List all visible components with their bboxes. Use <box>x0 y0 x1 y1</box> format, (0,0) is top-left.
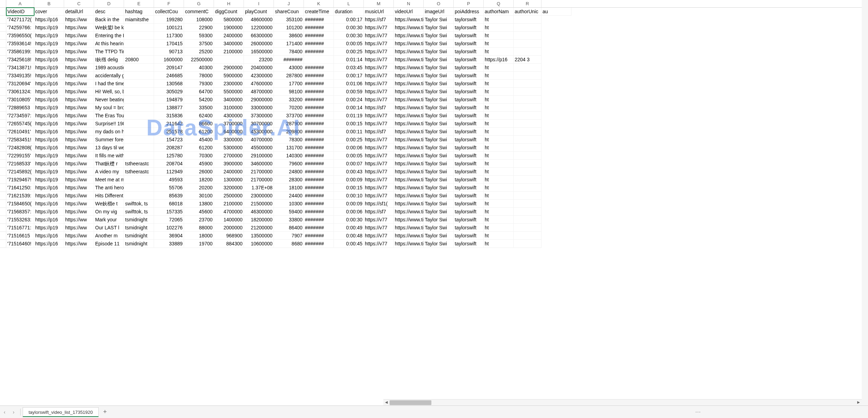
data-cell[interactable]: ht <box>484 32 514 40</box>
data-cell[interactable] <box>514 40 541 48</box>
row-header[interactable] <box>0 200 6 208</box>
header-cell[interactable]: cover <box>34 8 64 16</box>
data-cell[interactable]: ####### <box>304 64 334 72</box>
data-cell[interactable]: 3200000 <box>214 184 244 192</box>
row-header[interactable] <box>0 136 6 144</box>
data-cell[interactable]: https://v77 <box>364 176 394 184</box>
data-cell[interactable]: '73586199: <box>6 48 34 56</box>
data-cell[interactable]: 20200 <box>184 184 214 192</box>
data-cell[interactable]: ht <box>484 64 514 72</box>
column-header-L[interactable]: L <box>334 0 364 7</box>
data-cell[interactable]: https://p16 <box>34 16 64 24</box>
data-cell[interactable] <box>514 152 541 160</box>
data-cell[interactable]: '72168533' <box>6 160 34 168</box>
data-cell[interactable]: Taylor Swi <box>424 240 454 248</box>
data-cell[interactable]: 72065 <box>154 216 184 224</box>
data-cell[interactable]: Taylor Swi <box>424 48 454 56</box>
row-header[interactable] <box>0 8 6 16</box>
data-cell[interactable]: https://p19 <box>34 32 64 40</box>
header-cell[interactable]: collectCou <box>154 8 184 16</box>
data-cell[interactable]: 30700000 <box>244 120 274 128</box>
data-cell[interactable]: 0:00:48 <box>334 232 364 240</box>
data-cell[interactable]: https://sf7 <box>364 208 394 216</box>
column-header-I[interactable]: I <box>244 0 274 7</box>
data-cell[interactable]: https://p19 <box>34 40 64 48</box>
data-cell[interactable] <box>124 32 154 40</box>
column-header-O[interactable]: O <box>424 0 454 7</box>
data-cell[interactable] <box>514 16 541 24</box>
data-cell[interactable]: 968900 <box>214 232 244 240</box>
data-cell[interactable]: tsmidnight <box>124 216 154 224</box>
data-cell[interactable]: ht <box>484 160 514 168</box>
data-cell[interactable]: https://v77 <box>364 144 394 152</box>
data-cell[interactable]: https://v77 <box>364 224 394 232</box>
data-cell[interactable]: '72610491' <box>6 128 34 136</box>
data-cell[interactable]: 2400000 <box>214 168 244 176</box>
data-cell[interactable]: 59400 <box>274 208 304 216</box>
data-cell[interactable]: That鈥檚 r <box>94 160 124 168</box>
tab-prev-button[interactable]: ‹ <box>0 409 9 415</box>
data-cell[interactable]: 170415 <box>154 40 184 48</box>
data-cell[interactable]: '71929467! <box>6 176 34 184</box>
column-header-Q[interactable]: Q <box>484 0 514 7</box>
data-cell[interactable]: 40300 <box>184 64 214 72</box>
data-cell[interactable]: https://p16 <box>484 56 514 64</box>
data-cell[interactable]: Taylor Swi <box>424 56 454 64</box>
data-cell[interactable]: 0:00:09 <box>334 200 364 208</box>
data-cell[interactable]: 33000000 <box>244 104 274 112</box>
data-cell[interactable]: https://v77 <box>364 64 394 72</box>
data-cell[interactable]: ht <box>484 120 514 128</box>
data-cell[interactable]: 88000 <box>184 224 214 232</box>
data-cell[interactable]: https://ww <box>64 184 94 192</box>
data-cell[interactable]: 78300 <box>274 136 304 144</box>
data-cell[interactable]: On my vig <box>94 208 124 216</box>
data-cell[interactable]: 157335 <box>154 208 184 216</box>
data-cell[interactable]: 28300 <box>274 176 304 184</box>
data-cell[interactable]: 45400 <box>184 136 214 144</box>
data-cell[interactable]: ####### <box>304 96 334 104</box>
scroll-right-button[interactable]: ▶ <box>855 400 862 406</box>
data-cell[interactable]: taylorswift <box>454 184 484 192</box>
data-cell[interactable]: Taylor Swi <box>424 72 454 80</box>
data-cell[interactable]: '72583451! <box>6 136 34 144</box>
data-cell[interactable] <box>514 32 541 40</box>
data-cell[interactable]: Taylor Swi <box>424 128 454 136</box>
data-cell[interactable]: ####### <box>304 184 334 192</box>
data-cell[interactable]: 16500000 <box>244 48 274 56</box>
data-cell[interactable]: https://ww <box>64 176 94 184</box>
row-header[interactable] <box>0 152 6 160</box>
data-cell[interactable]: 2900000 <box>214 64 244 72</box>
data-cell[interactable]: 18100 <box>274 184 304 192</box>
row-header[interactable] <box>0 24 6 32</box>
data-cell[interactable]: https://ww <box>64 216 94 224</box>
header-cell[interactable]: au <box>541 8 571 16</box>
data-cell[interactable]: https://v77 <box>364 168 394 176</box>
data-cell[interactable]: '73425618! <box>6 56 34 64</box>
row-header[interactable] <box>0 40 6 48</box>
data-cell[interactable]: https://www.tiktok.com/aweme/ <box>394 104 424 112</box>
data-cell[interactable]: 0:01:14 <box>334 56 364 64</box>
data-cell[interactable]: ht <box>484 16 514 24</box>
data-cell[interactable]: 0:00:45 <box>334 240 364 248</box>
data-cell[interactable]: 18200 <box>184 176 214 184</box>
data-cell[interactable]: '71568357: <box>6 208 34 216</box>
data-cell[interactable]: https://www.tiktok.com/aweme/ <box>394 64 424 72</box>
data-cell[interactable]: https://v77 <box>364 192 394 200</box>
data-cell[interactable] <box>514 176 541 184</box>
row-header[interactable] <box>0 176 6 184</box>
data-cell[interactable]: taylorswift <box>454 104 484 112</box>
data-cell[interactable]: Taylor Swi <box>424 200 454 208</box>
data-cell[interactable]: https://ww <box>64 144 94 152</box>
data-cell[interactable]: 61200 <box>184 128 214 136</box>
data-cell[interactable]: We鈥檙e t <box>94 200 124 208</box>
header-cell[interactable]: shareCoun <box>274 8 304 16</box>
data-cell[interactable]: 22500000 <box>184 56 214 64</box>
vertical-scrollbar[interactable] <box>862 0 868 405</box>
data-cell[interactable]: https://p19 <box>34 64 64 72</box>
data-cell[interactable]: https://www.tiktok.com/aweme/ <box>394 40 424 48</box>
data-cell[interactable]: https://www.tiktok.com/aweme/ <box>394 152 424 160</box>
column-header-N[interactable]: N <box>394 0 424 7</box>
data-cell[interactable]: https://ww <box>64 96 94 104</box>
data-cell[interactable]: 1900000 <box>214 24 244 32</box>
data-cell[interactable]: ####### <box>304 240 334 248</box>
